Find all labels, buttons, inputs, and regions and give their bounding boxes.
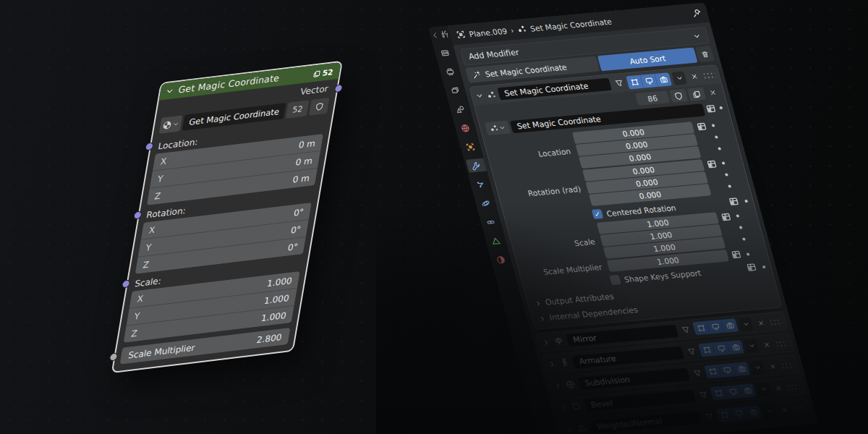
show-on-cage-button[interactable] xyxy=(702,410,716,422)
funnel-icon xyxy=(703,412,715,422)
decorator-dot[interactable] xyxy=(725,173,728,176)
render-toggle[interactable] xyxy=(733,362,750,376)
close-x-icon xyxy=(767,362,778,370)
edit-mode-icon xyxy=(695,323,706,333)
decorator-dot[interactable] xyxy=(739,226,743,229)
delete-modifier-button[interactable] xyxy=(777,404,791,416)
decorator-dot[interactable] xyxy=(722,161,726,164)
render-toggle[interactable] xyxy=(739,383,756,398)
drag-handle[interactable] xyxy=(780,361,794,369)
edit-mode-icon xyxy=(629,77,639,87)
attribute-toggle-button[interactable] xyxy=(720,211,734,223)
modifier-name-field[interactable]: Subdivision xyxy=(577,367,690,390)
input-label: Location xyxy=(493,146,578,162)
modifier-name-field[interactable]: Bevel xyxy=(584,389,697,412)
centered-rotation-checkbox[interactable]: ✓ xyxy=(592,209,604,219)
render-toggle[interactable] xyxy=(721,318,739,333)
modifier-extras-button[interactable] xyxy=(671,71,687,85)
browse-node-group-button[interactable] xyxy=(484,120,511,135)
show-on-cage-button[interactable] xyxy=(678,323,692,336)
drag-handle[interactable] xyxy=(702,72,715,80)
show-on-cage-button[interactable] xyxy=(690,367,705,379)
render-toggle[interactable] xyxy=(745,405,762,420)
delete-modifier-button[interactable] xyxy=(759,339,773,351)
display-toggle-group xyxy=(710,383,756,400)
fake-user-shield-button[interactable] xyxy=(309,98,330,116)
decorator-dot[interactable] xyxy=(719,106,723,109)
attribute-toggle-button[interactable] xyxy=(745,262,760,273)
delete-button[interactable] xyxy=(695,46,715,62)
attribute-toggle-button[interactable] xyxy=(705,158,720,170)
modifier-extras-button[interactable] xyxy=(738,317,754,331)
breadcrumb-target[interactable]: Set Magic Coordinate xyxy=(529,17,613,33)
delete-modifier-button[interactable] xyxy=(765,360,780,373)
drag-handle[interactable] xyxy=(792,404,806,412)
modifier-name-field[interactable]: Mirror xyxy=(566,324,678,346)
edit-mode-icon xyxy=(707,367,718,376)
drag-handle[interactable] xyxy=(786,383,800,391)
camera-icon xyxy=(748,408,759,417)
modifier-extras-button[interactable] xyxy=(762,404,778,418)
decorator-dot[interactable] xyxy=(744,199,748,202)
expand-chevron-icon[interactable] xyxy=(475,92,485,101)
scene-tab-icon xyxy=(454,104,467,114)
attribute-toggle-button[interactable] xyxy=(730,249,744,260)
decorator-dot[interactable] xyxy=(736,214,739,217)
decorator-dot[interactable] xyxy=(728,184,731,187)
collapse-chevron-icon[interactable] xyxy=(165,86,175,95)
decorator-dot[interactable] xyxy=(762,265,766,268)
modifier-extras-button[interactable] xyxy=(755,382,771,396)
shield-icon xyxy=(314,102,324,111)
modifier-name-field[interactable]: Armature xyxy=(571,346,684,368)
delete-modifier-button[interactable] xyxy=(686,70,701,82)
delete-modifier-button[interactable] xyxy=(771,382,786,394)
render-toggle[interactable] xyxy=(655,72,672,87)
attribute-toggle-button[interactable] xyxy=(705,103,719,114)
decorator-dot[interactable] xyxy=(718,147,721,150)
unlink-datablock-button[interactable] xyxy=(705,86,720,98)
funnel-icon xyxy=(697,390,710,400)
attribute-toggle-button[interactable] xyxy=(695,121,710,132)
tab-strip-header[interactable] xyxy=(430,30,450,40)
group-users-count-button[interactable]: 52 xyxy=(286,100,309,118)
expand-chevron-icon[interactable] xyxy=(547,359,557,368)
physics-tab-icon xyxy=(480,198,492,208)
attribute-toggle-button[interactable] xyxy=(728,196,742,208)
decorator-dot[interactable] xyxy=(742,237,746,240)
modifier-extras-button[interactable] xyxy=(749,360,765,375)
expand-chevron-icon[interactable] xyxy=(553,381,563,390)
decorator-dot[interactable] xyxy=(746,252,750,255)
chevron-down-icon xyxy=(747,342,757,350)
modifier-extras-button[interactable] xyxy=(744,339,760,353)
drag-handle[interactable] xyxy=(768,318,782,326)
decorator-dot[interactable] xyxy=(712,124,715,127)
monitor-icon xyxy=(733,409,744,418)
delete-modifier-button[interactable] xyxy=(753,317,767,329)
back-chevron-icon[interactable] xyxy=(430,32,438,38)
decorator-dot[interactable] xyxy=(715,135,718,138)
pin-icon[interactable] xyxy=(691,8,703,18)
drag-handle[interactable] xyxy=(774,339,788,347)
expand-chevron-icon[interactable] xyxy=(541,338,551,346)
duplicate-datablock-button[interactable] xyxy=(687,88,707,101)
expand-chevron-icon[interactable] xyxy=(564,425,574,433)
fake-user-button[interactable] xyxy=(669,89,689,103)
breadcrumb-object[interactable]: Plane.009 xyxy=(468,26,508,38)
spreadsheet-grid-icon xyxy=(705,158,718,169)
funnel-icon xyxy=(685,346,697,357)
display-toggle-group xyxy=(692,318,739,335)
shape-keys-checkbox[interactable] xyxy=(609,275,621,285)
expand-chevron-icon[interactable] xyxy=(558,403,569,412)
edit-mode-icon xyxy=(719,410,730,420)
browse-node-group-button[interactable] xyxy=(159,115,182,133)
mirror-modifier-icon xyxy=(551,335,566,347)
show-on-cage-button[interactable] xyxy=(696,388,710,401)
tool-tab-icon[interactable] xyxy=(439,30,450,39)
show-on-cage-button[interactable] xyxy=(611,77,626,89)
show-on-cage-button[interactable] xyxy=(684,345,698,357)
render-toggle[interactable] xyxy=(727,340,744,354)
modifier-name-field[interactable]: WeightedNormal xyxy=(590,411,702,433)
users-count-button[interactable]: 86 xyxy=(635,90,671,106)
node-users-badge: 52 xyxy=(312,67,334,78)
funnel-icon xyxy=(691,368,703,378)
